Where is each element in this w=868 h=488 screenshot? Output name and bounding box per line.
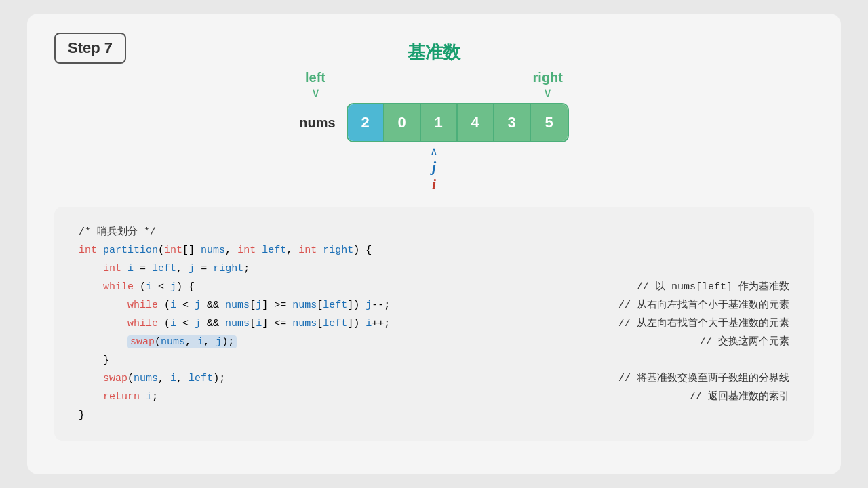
j-label: j — [432, 158, 436, 176]
j-arrow: ∧ — [430, 145, 438, 158]
array-cell-2: 1 — [421, 104, 458, 141]
left-pointer-label: left — [305, 70, 326, 85]
right-pointer-arrow: ∨ — [543, 85, 552, 100]
ji-row: ∧ j i — [430, 145, 438, 193]
array-row: nums 201435 — [299, 103, 568, 142]
code-block: /* 哨兵划分 */ int partition(int[] nums, int… — [54, 207, 814, 441]
array-cell-1: 0 — [384, 104, 421, 141]
code-comment-title: /* 哨兵划分 */ — [79, 223, 789, 241]
step-badge: Step 7 — [54, 33, 126, 64]
array-label: nums — [299, 115, 335, 131]
right-pointer-label: right — [533, 70, 563, 85]
main-card: Step 7 基准数 left ∨ right ∨ nums 201435 ∧ … — [27, 14, 841, 474]
pivot-label: 基准数 — [408, 41, 460, 64]
left-pointer-arrow: ∨ — [311, 85, 320, 100]
left-pointer-col: left ∨ — [305, 70, 326, 100]
code-line-8: return i;// 返回基准数的索引 — [79, 388, 789, 406]
code-line-0: int partition(int[] nums, int left, int … — [79, 241, 789, 260]
array-cell-5: 5 — [531, 104, 568, 141]
i-label: i — [432, 176, 436, 193]
code-line-1: int i = left, j = right; — [79, 260, 789, 278]
array-cell-3: 4 — [458, 104, 494, 141]
code-line-2: while (i < j) {// 以 nums[left] 作为基准数 — [79, 278, 789, 296]
code-line-6: } — [79, 351, 789, 369]
code-line-4: while (i < j && nums[i] <= nums[left]) i… — [79, 314, 789, 333]
array-container: 201435 — [347, 103, 569, 142]
code-line-5: swap(nums, i, j);// 交换这两个元素 — [79, 333, 789, 351]
code-line-3: while (i < j && nums[j] >= nums[left]) j… — [79, 296, 789, 314]
code-line-9: } — [79, 406, 789, 424]
code-line-7: swap(nums, i, left);// 将基准数交换至两子数组的分界线 — [79, 369, 789, 388]
right-pointer-col: right ∨ — [533, 70, 563, 100]
array-cell-0: 2 — [348, 104, 384, 141]
visualization: 基准数 left ∨ right ∨ nums 201435 ∧ j i — [54, 41, 814, 193]
pointer-row: left ∨ right ∨ — [305, 70, 563, 100]
array-cell-4: 3 — [494, 104, 531, 141]
